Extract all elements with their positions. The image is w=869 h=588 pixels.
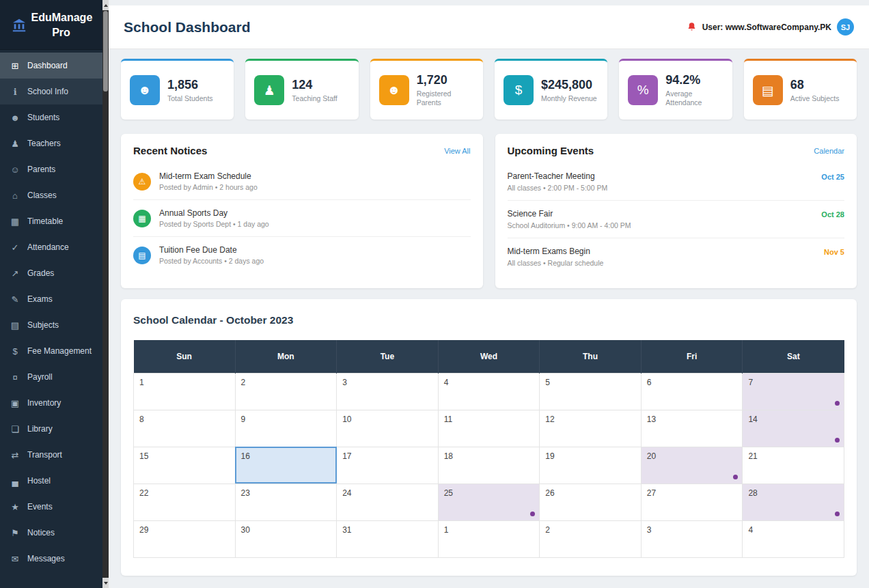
day-number: 30 bbox=[241, 525, 250, 535]
sidebar-item-label: Notices bbox=[27, 528, 55, 537]
sidebar-item-transport[interactable]: ⇄ Transport bbox=[0, 442, 102, 468]
calendar-day[interactable]: 17 bbox=[337, 447, 439, 484]
calendar-day[interactable]: 23 bbox=[235, 484, 337, 520]
event-item[interactable]: Parent-Teacher Meeting All classes • 2:0… bbox=[508, 163, 845, 201]
sidebar-item-school-info[interactable]: ℹ School Info bbox=[0, 79, 102, 104]
event-item[interactable]: Mid-term Exams Begin All classes • Regul… bbox=[508, 238, 845, 275]
sidebar-item-hostel[interactable]: ▄ Hostel bbox=[0, 468, 102, 494]
sidebar-item-exams[interactable]: ✎ Exams bbox=[0, 286, 102, 312]
calendar-day[interactable]: 28 bbox=[743, 484, 844, 520]
panel-header: Recent Notices View All bbox=[133, 145, 471, 156]
calendar-day[interactable]: 3 bbox=[641, 520, 743, 557]
calendar-day[interactable]: 31 bbox=[337, 520, 439, 557]
day-number: 11 bbox=[444, 415, 452, 424]
transport-icon: ⇄ bbox=[10, 450, 20, 460]
sidebar-scrollbar[interactable] bbox=[102, 0, 109, 588]
calendar-week-row: 29 30 31 1 2 3 4 bbox=[134, 520, 844, 557]
calendar-day[interactable]: 8 bbox=[134, 410, 236, 447]
calendar-day[interactable]: 21 bbox=[743, 447, 844, 484]
calendar-day[interactable]: 7 bbox=[743, 373, 844, 410]
day-number: 25 bbox=[444, 488, 453, 498]
calendar-week-row: 8 9 10 11 12 13 14 bbox=[134, 410, 844, 447]
stats-row: ☻ 1,856 Total Students ♟ 124 Teaching St… bbox=[121, 59, 857, 120]
sidebar-item-grades[interactable]: ↗ Grades bbox=[0, 260, 102, 286]
sidebar-item-students[interactable]: ☻ Students bbox=[0, 104, 102, 130]
calendar-day[interactable]: 4 bbox=[438, 373, 540, 410]
calendar-day[interactable]: 6 bbox=[641, 373, 743, 410]
day-header-thu: Thu bbox=[540, 340, 642, 373]
sidebar-item-parents[interactable]: ☺ Parents bbox=[0, 156, 102, 182]
calendar-day[interactable]: 5 bbox=[540, 373, 642, 410]
calendar-day[interactable]: 2 bbox=[235, 373, 337, 410]
sidebar-item-subjects[interactable]: ▤ Subjects bbox=[0, 312, 102, 338]
day-number: 13 bbox=[647, 415, 656, 424]
scrollbar-thumb[interactable] bbox=[103, 11, 108, 92]
calendar-day[interactable]: 1 bbox=[134, 373, 236, 410]
payroll-icon: ¤ bbox=[10, 372, 20, 382]
calendar-day[interactable]: 19 bbox=[540, 447, 642, 484]
calendar-week-row: 1 2 3 4 5 6 7 bbox=[134, 373, 844, 410]
calendar-day[interactable]: 11 bbox=[438, 410, 540, 447]
calendar-day[interactable]: 13 bbox=[641, 410, 743, 447]
notice-item[interactable]: ⚠ Mid-term Exam Schedule Posted by Admin… bbox=[133, 163, 471, 200]
notice-item[interactable]: ▤ Tuition Fee Due Date Posted by Account… bbox=[133, 237, 471, 273]
sidebar-item-library[interactable]: ❏ Library bbox=[0, 416, 102, 442]
calendar-day[interactable]: 26 bbox=[540, 484, 642, 520]
stat-value: $245,800 bbox=[541, 78, 597, 92]
sidebar-item-payroll[interactable]: ¤ Payroll bbox=[0, 364, 102, 390]
sidebar-item-events[interactable]: ★ Events bbox=[0, 494, 102, 520]
grades-icon: ↗ bbox=[10, 268, 20, 279]
teachers-icon: ♟ bbox=[10, 139, 20, 149]
calendar-day[interactable]: 12 bbox=[540, 410, 642, 447]
calendar-day[interactable]: 1 bbox=[438, 520, 540, 557]
stat-label: Registered Parents bbox=[417, 89, 474, 107]
notification-bell-icon[interactable] bbox=[687, 22, 697, 32]
sidebar-item-messages[interactable]: ✉ Messages bbox=[0, 546, 102, 572]
calendar-day[interactable]: 25 bbox=[438, 484, 540, 520]
calendar-event-icon: ▦ bbox=[133, 210, 151, 227]
calendar-link[interactable]: Calendar bbox=[814, 147, 844, 155]
sidebar-item-label: Exams bbox=[27, 294, 53, 304]
calendar-day[interactable]: 2 bbox=[540, 520, 642, 557]
notice-item[interactable]: ▦ Annual Sports Day Posted by Sports Dep… bbox=[133, 200, 471, 237]
calendar-day[interactable]: 15 bbox=[134, 447, 236, 484]
calendar-day[interactable]: 27 bbox=[641, 484, 743, 520]
calendar-day[interactable]: 24 bbox=[337, 484, 439, 520]
stat-label: Active Subjects bbox=[790, 94, 840, 103]
classes-icon: ⌂ bbox=[10, 191, 20, 201]
scroll-down-button[interactable] bbox=[102, 578, 109, 588]
sidebar-item-notices[interactable]: ⚑ Notices bbox=[0, 520, 102, 546]
stat-value: 68 bbox=[790, 78, 840, 92]
user-avatar[interactable]: SJ bbox=[837, 18, 854, 36]
calendar-day-today[interactable]: 16 bbox=[235, 447, 337, 484]
event-item[interactable]: Science Fair School Auditorium • 9:00 AM… bbox=[508, 201, 845, 238]
sidebar-item-label: Inventory bbox=[27, 398, 61, 408]
sidebar-item-fee-management[interactable]: $ Fee Management bbox=[0, 338, 102, 364]
calendar-day[interactable]: 20 bbox=[641, 447, 743, 484]
calendar-day[interactable]: 14 bbox=[743, 410, 844, 447]
sidebar-item-inventory[interactable]: ▣ Inventory bbox=[0, 390, 102, 416]
sidebar-item-classes[interactable]: ⌂ Classes bbox=[0, 182, 102, 208]
calendar-day[interactable]: 22 bbox=[134, 484, 236, 520]
view-all-link[interactable]: View All bbox=[444, 147, 470, 155]
day-number: 28 bbox=[748, 488, 757, 498]
calendar-day[interactable]: 29 bbox=[134, 520, 236, 557]
sidebar-item-dashboard[interactable]: ⊞ Dashboard bbox=[0, 53, 102, 79]
calendar-day[interactable]: 10 bbox=[337, 410, 439, 447]
sidebar-item-label: Library bbox=[27, 424, 53, 434]
day-number: 16 bbox=[241, 451, 250, 461]
day-number: 31 bbox=[342, 525, 351, 535]
event-date: Oct 28 bbox=[821, 210, 844, 219]
event-meta: All classes • Regular schedule bbox=[508, 259, 604, 267]
scroll-up-button[interactable] bbox=[102, 0, 109, 10]
sidebar-item-label: Payroll bbox=[27, 372, 53, 382]
calendar-day[interactable]: 9 bbox=[235, 410, 337, 447]
calendar-day[interactable]: 18 bbox=[438, 447, 540, 484]
calendar-day[interactable]: 30 bbox=[235, 520, 337, 557]
sidebar-item-attendance[interactable]: ✓ Attendance bbox=[0, 234, 102, 260]
sidebar-item-timetable[interactable]: ▦ Timetable bbox=[0, 208, 102, 234]
sidebar-item-teachers[interactable]: ♟ Teachers bbox=[0, 130, 102, 156]
stat-card-teaching-staff: ♟ 124 Teaching Staff bbox=[245, 59, 358, 120]
calendar-day[interactable]: 3 bbox=[337, 373, 439, 410]
calendar-day[interactable]: 4 bbox=[743, 520, 844, 557]
